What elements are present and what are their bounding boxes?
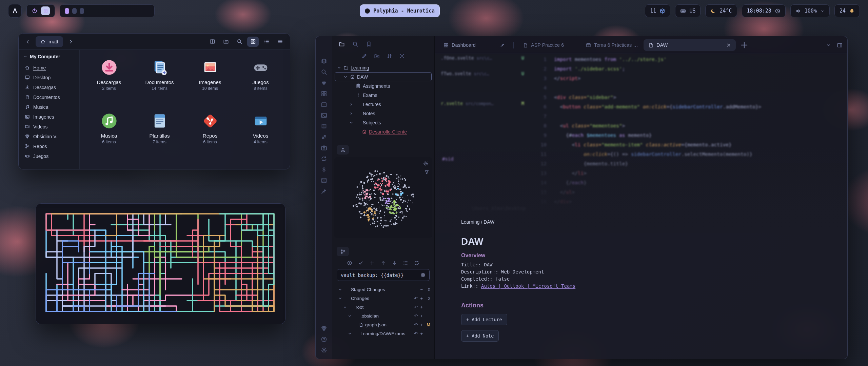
editor-tab[interactable]: DAW <box>644 39 736 51</box>
close-tab-icon[interactable] <box>726 43 731 47</box>
git-item[interactable]: root ↶ + <box>336 303 430 311</box>
explorer-tool[interactable] <box>399 53 405 59</box>
explorer-tool[interactable] <box>374 53 380 59</box>
power-icon[interactable] <box>32 8 38 14</box>
git-item[interactable]: Learning/DAW/Exams ↶ + <box>336 329 430 338</box>
forward-button[interactable] <box>66 37 76 47</box>
graph-view[interactable] <box>334 157 432 238</box>
folder-item[interactable]: Descargas 2 items <box>84 55 134 108</box>
launcher-button[interactable]: Λ <box>8 4 22 18</box>
folder-item[interactable]: Videos 4 items <box>235 108 286 162</box>
git-tool[interactable] <box>403 260 408 266</box>
updates-widget[interactable]: 11 <box>645 4 670 17</box>
ribbon-icon[interactable] <box>321 347 327 353</box>
action-button[interactable]: + Add Lecture <box>461 314 507 325</box>
sidebar-item[interactable]: Documentos <box>19 92 79 102</box>
toolbar-button[interactable] <box>206 37 218 47</box>
tab-list-dropdown-icon[interactable] <box>826 42 831 48</box>
clock-widget[interactable]: 18:08:28 <box>742 4 786 17</box>
new-tab-button[interactable] <box>740 41 749 49</box>
git-tool[interactable] <box>369 260 375 266</box>
explorer-tool[interactable] <box>361 53 367 59</box>
explorer-item[interactable]: Subjects <box>335 118 432 127</box>
ribbon-icon[interactable] <box>321 145 327 151</box>
ribbon-icon[interactable] <box>321 177 327 184</box>
toolbar-button[interactable] <box>274 37 286 47</box>
editor-tab[interactable]: ASP Practice 6 <box>518 39 581 51</box>
toolbar-button[interactable] <box>247 37 259 47</box>
pinned-tab-dashboard[interactable]: Dashboard <box>439 39 509 51</box>
media-player-widget[interactable]: Polyphia - Neurotica <box>360 4 440 17</box>
sidebar-item[interactable]: Obsidian V.. <box>19 131 79 141</box>
sidebar-item[interactable]: Juegos <box>19 151 79 161</box>
action-button[interactable]: + Add Note <box>461 330 499 342</box>
toolbar-button[interactable] <box>220 37 232 47</box>
explorer-item[interactable]: Lectures <box>335 100 432 109</box>
toolbar-button[interactable] <box>261 37 272 47</box>
explorer-item[interactable]: Assignments <box>335 81 432 90</box>
sidebar-tab[interactable] <box>339 41 345 47</box>
folder-item[interactable]: Repos 6 items <box>185 108 235 162</box>
weather-widget[interactable]: 24°C <box>705 4 737 17</box>
pipes-terminal-window[interactable] <box>36 203 285 324</box>
commit-message-input[interactable]: vault backup: {{date}} <box>337 269 430 281</box>
git-tool[interactable] <box>414 260 419 266</box>
ribbon-icon[interactable] <box>321 123 327 129</box>
note-breadcrumb[interactable]: Learning / DAW <box>461 219 739 225</box>
split-layout-icon[interactable] <box>837 42 843 48</box>
editor-tab[interactable]: Tema 6 Prácticas -… <box>581 39 644 51</box>
workspace-indicator[interactable] <box>65 8 69 14</box>
sidebar-item[interactable]: Videos <box>19 122 79 131</box>
ribbon-icon[interactable] <box>321 80 327 86</box>
note-links[interactable]: Aules | Outlook | Microsoft Teams <box>481 283 575 289</box>
folder-item[interactable]: Documentos 14 items <box>134 55 185 108</box>
ribbon-icon[interactable] <box>321 112 327 119</box>
volume-widget[interactable]: 100% <box>790 4 830 17</box>
workspace-indicator[interactable] <box>80 8 84 14</box>
ribbon-icon[interactable] <box>321 134 327 140</box>
folder-item[interactable]: Musica 6 items <box>84 108 134 162</box>
workspaces-widget[interactable] <box>60 4 155 17</box>
git-item[interactable]: Staged Changes − 0 <box>336 285 430 294</box>
sidebar-item[interactable]: Imagenes <box>19 112 79 122</box>
git-tool[interactable] <box>358 260 363 266</box>
ribbon-icon[interactable] <box>321 156 327 162</box>
ribbon-icon[interactable] <box>321 101 327 108</box>
sidebar-item[interactable]: Repos <box>19 141 79 151</box>
explorer-item[interactable]: Desarrollo-Cliente <box>335 127 432 136</box>
git-item[interactable]: Changes ↶ + 2 <box>336 294 430 303</box>
explorer-item[interactable]: DAW <box>335 72 432 81</box>
git-item[interactable]: .obsidian ↶ + <box>336 311 430 320</box>
folder-item[interactable]: Plantillas 7 items <box>134 108 185 162</box>
ribbon-icon[interactable] <box>321 336 327 343</box>
sidebar-item[interactable]: Descargas <box>19 82 79 92</box>
breadcrumb[interactable]: matt <box>36 36 63 47</box>
toolbar-button[interactable] <box>234 37 245 47</box>
explorer-item[interactable]: Exams <box>335 90 432 100</box>
notifications-widget[interactable]: 24 <box>834 4 860 17</box>
folder-item[interactable]: Imagenes 10 items <box>185 55 235 108</box>
explorer-item[interactable]: Notes <box>335 109 432 118</box>
keyboard-layout-widget[interactable]: US <box>675 4 701 17</box>
git-tool[interactable] <box>392 260 397 266</box>
explorer-tool[interactable] <box>387 53 392 59</box>
workspace-indicator[interactable] <box>72 8 77 14</box>
sidebar-item[interactable]: Home <box>19 63 79 73</box>
clear-message-icon[interactable] <box>420 272 426 278</box>
ribbon-icon[interactable] <box>321 325 327 332</box>
git-tool[interactable] <box>347 260 352 266</box>
sidebar-tab[interactable] <box>352 41 358 47</box>
sidebar-tab[interactable] <box>366 41 372 47</box>
git-tool[interactable] <box>380 260 386 266</box>
explorer-item[interactable]: Learning <box>335 63 432 72</box>
git-pane-tab[interactable] <box>337 247 349 256</box>
git-item[interactable]: graph.json ↶ + M <box>336 320 430 329</box>
graph-settings-icon[interactable] <box>423 161 429 166</box>
ribbon-icon[interactable] <box>321 188 327 195</box>
sidebar-item[interactable]: Musica <box>19 102 79 112</box>
back-button[interactable] <box>23 37 33 47</box>
ribbon-icon[interactable] <box>321 90 327 97</box>
ribbon-icon[interactable] <box>321 166 327 173</box>
graph-pane-tab[interactable] <box>337 145 349 155</box>
ribbon-icon[interactable] <box>321 58 327 64</box>
